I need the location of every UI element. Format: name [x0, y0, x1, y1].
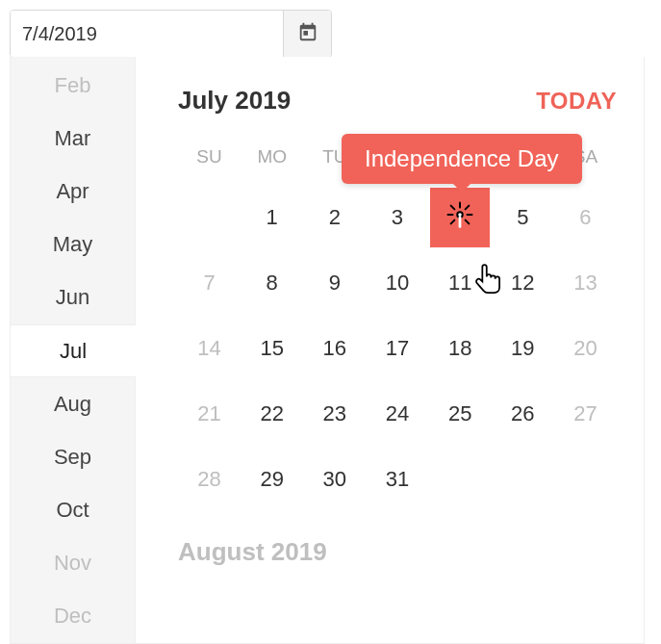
svg-line-6 [466, 206, 470, 210]
week-row: 21222324252627 [178, 381, 617, 447]
weekday-label: SA [554, 146, 617, 185]
day-cell[interactable]: 23 [303, 381, 366, 447]
calendar-header: July 2019 TODAY [178, 86, 617, 116]
day-cell[interactable]: 21 [178, 381, 241, 447]
day-cell[interactable]: 18 [429, 316, 492, 381]
month-rail-item[interactable]: Aug [11, 377, 135, 430]
day-cell[interactable]: 10 [366, 250, 428, 316]
weekday-label: SU [178, 146, 241, 185]
day-cell[interactable]: 16 [303, 316, 366, 381]
day-cell[interactable]: 8 [241, 250, 303, 316]
day-cell[interactable]: 1 [241, 185, 303, 250]
month-rail-item[interactable]: Feb [11, 59, 135, 112]
day-empty [178, 185, 241, 250]
week-row: 14151617181920 [178, 316, 617, 381]
day-cell[interactable]: 3 [366, 185, 428, 250]
day-cell[interactable]: 5 [492, 185, 554, 250]
day-empty [429, 447, 492, 512]
weekday-header: SUMOTUWETHFRSA [178, 146, 617, 185]
month-rail-item[interactable]: Sep [11, 430, 135, 483]
day-cell[interactable]: 17 [366, 316, 428, 381]
week-row: 12356 [178, 185, 617, 250]
month-rail-item[interactable]: May [11, 219, 135, 271]
day-cell[interactable]: 30 [303, 447, 366, 512]
day-cell[interactable]: 7 [178, 250, 241, 316]
weekday-label: WE [366, 146, 428, 185]
day-cell[interactable]: 9 [303, 250, 366, 316]
month-rail[interactable]: FebMarAprMayJunJulAugSepOctNovDec [11, 57, 136, 643]
month-rail-item[interactable]: Mar [11, 112, 135, 165]
day-cell[interactable]: 2 [303, 185, 366, 250]
day-cell[interactable]: 19 [492, 316, 554, 381]
month-title: July 2019 [178, 86, 291, 116]
day-cell[interactable]: 20 [554, 316, 617, 381]
day-cell[interactable]: 28 [178, 447, 241, 512]
day-cell[interactable]: 26 [492, 381, 554, 447]
month-rail-item[interactable]: Oct [11, 484, 135, 537]
today-button[interactable]: TODAY [536, 88, 617, 115]
day-empty [554, 447, 617, 512]
week-row: 78910111213 [178, 250, 617, 316]
day-empty [492, 447, 554, 512]
weekday-label: FR [492, 146, 554, 185]
day-cell[interactable]: 22 [241, 381, 303, 447]
datepicker-popup: FebMarAprMayJunJulAugSepOctNovDec July 2… [10, 57, 645, 644]
day-selected[interactable] [430, 188, 490, 247]
date-input-wrapper [10, 10, 332, 58]
month-rail-item[interactable]: Apr [11, 165, 135, 218]
day-cell[interactable]: 6 [554, 185, 617, 250]
next-month-title: August 2019 [178, 537, 617, 567]
day-cell[interactable]: 11 [429, 250, 492, 316]
weekday-label: TU [303, 146, 366, 185]
day-cell[interactable]: 29 [241, 447, 303, 512]
day-cell[interactable]: 12 [492, 250, 554, 316]
month-rail-item[interactable]: Jul [11, 324, 136, 377]
weekday-label: TH [429, 146, 492, 185]
day-cell[interactable]: 14 [178, 316, 241, 381]
day-cell[interactable]: 24 [366, 381, 428, 447]
calendar-grid: 1235678910111213141516171819202122232425… [178, 185, 617, 512]
svg-line-5 [466, 220, 470, 224]
calendar-main: July 2019 TODAY SUMOTUWETHFRSA 123567891… [136, 57, 644, 643]
day-cell[interactable]: 31 [366, 447, 428, 512]
week-row: 28293031 [178, 447, 617, 512]
day-cell[interactable]: 13 [554, 250, 617, 316]
weekday-label: MO [241, 146, 303, 185]
date-input[interactable] [11, 11, 283, 57]
day-cell[interactable]: 25 [429, 381, 492, 447]
svg-line-7 [451, 220, 455, 224]
fireworks-icon [445, 200, 474, 235]
day-cell[interactable]: 15 [241, 316, 303, 381]
month-rail-item[interactable]: Dec [11, 590, 135, 643]
calendar-icon [297, 21, 318, 46]
month-rail-item[interactable]: Nov [11, 537, 135, 590]
svg-line-4 [451, 206, 455, 210]
day-cell[interactable]: 27 [554, 381, 617, 447]
month-rail-item[interactable]: Jun [11, 271, 135, 324]
open-calendar-button[interactable] [283, 11, 331, 57]
